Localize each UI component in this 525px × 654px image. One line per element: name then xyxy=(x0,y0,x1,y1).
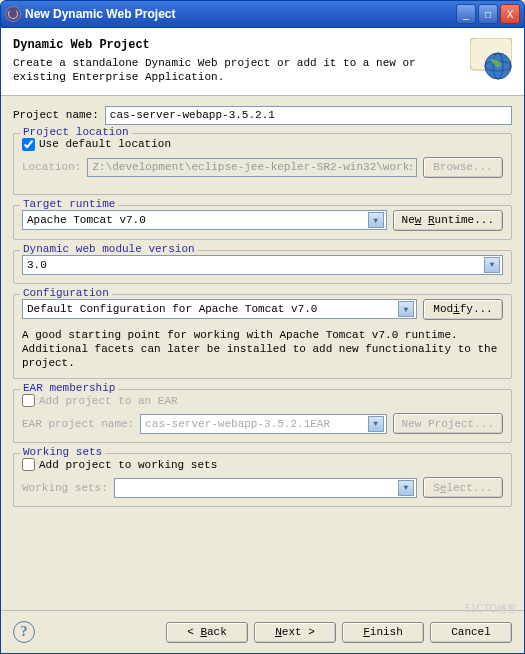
project-location-group: Project location Use default location Lo… xyxy=(13,133,512,195)
modify-button[interactable]: Modify... xyxy=(423,299,503,320)
chevron-down-icon[interactable]: ▼ xyxy=(368,212,384,228)
finish-button[interactable]: Finish xyxy=(342,622,424,643)
add-to-ear-checkbox[interactable]: Add project to an EAR xyxy=(22,394,503,407)
use-default-location-checkbox[interactable]: Use default location xyxy=(22,138,503,151)
new-ear-project-button: New Project... xyxy=(393,413,503,434)
eclipse-icon xyxy=(5,6,21,22)
watermark: 51CTO博客 xyxy=(465,602,517,616)
ear-membership-legend: EAR membership xyxy=(20,382,118,394)
wizard-header: Dynamic Web Project Create a standalone … xyxy=(1,28,524,96)
location-input xyxy=(87,158,417,177)
chevron-down-icon[interactable]: ▼ xyxy=(484,257,500,273)
wizard-footer: ? < Back Next > Finish Cancel xyxy=(1,610,524,653)
minimize-button[interactable]: _ xyxy=(456,4,476,24)
target-runtime-group: Target runtime Apache Tomcat v7.0 ▼ New … xyxy=(13,205,512,240)
help-icon[interactable]: ? xyxy=(13,621,35,643)
web-project-icon xyxy=(470,38,512,80)
cancel-button[interactable]: Cancel xyxy=(430,622,512,643)
add-to-working-sets-checkbox[interactable]: Add project to working sets xyxy=(22,458,503,471)
browse-button: Browse... xyxy=(423,157,503,178)
page-title: Dynamic Web Project xyxy=(13,38,462,52)
page-description: Create a standalone Dynamic Web project … xyxy=(13,56,462,85)
ear-project-name-label: EAR project name: xyxy=(22,418,134,430)
target-runtime-legend: Target runtime xyxy=(20,198,118,210)
configuration-group: Configuration Default Configuration for … xyxy=(13,294,512,380)
module-version-group: Dynamic web module version 3.0 ▼ xyxy=(13,250,512,284)
module-version-legend: Dynamic web module version xyxy=(20,243,198,255)
close-button[interactable]: X xyxy=(500,4,520,24)
working-sets-select: ▼ xyxy=(114,478,417,498)
location-label: Location: xyxy=(22,161,81,173)
configuration-legend: Configuration xyxy=(20,287,112,299)
ear-project-name-select: cas-server-webapp-3.5.2.1EAR ▼ xyxy=(140,414,386,434)
chevron-down-icon: ▼ xyxy=(368,416,384,432)
maximize-button[interactable]: □ xyxy=(478,4,498,24)
back-button[interactable]: < Back xyxy=(166,622,248,643)
project-location-legend: Project location xyxy=(20,126,132,138)
module-version-select[interactable]: 3.0 ▼ xyxy=(22,255,503,275)
chevron-down-icon[interactable]: ▼ xyxy=(398,301,414,317)
target-runtime-select[interactable]: Apache Tomcat v7.0 ▼ xyxy=(22,210,387,230)
project-name-input[interactable] xyxy=(105,106,512,125)
window-title: New Dynamic Web Project xyxy=(25,7,456,21)
working-sets-group: Working sets Add project to working sets… xyxy=(13,453,512,507)
select-working-sets-button: Select... xyxy=(423,477,503,498)
working-sets-legend: Working sets xyxy=(20,446,105,458)
new-runtime-button[interactable]: New Runtime... xyxy=(393,210,503,231)
next-button[interactable]: Next > xyxy=(254,622,336,643)
title-bar: New Dynamic Web Project _ □ X xyxy=(0,0,525,28)
project-name-label: Project name: xyxy=(13,109,99,121)
configuration-select[interactable]: Default Configuration for Apache Tomcat … xyxy=(22,299,417,319)
configuration-description: A good starting point for working with A… xyxy=(22,328,503,371)
working-sets-label: Working sets: xyxy=(22,482,108,494)
chevron-down-icon: ▼ xyxy=(398,480,414,496)
ear-membership-group: EAR membership Add project to an EAR EAR… xyxy=(13,389,512,443)
